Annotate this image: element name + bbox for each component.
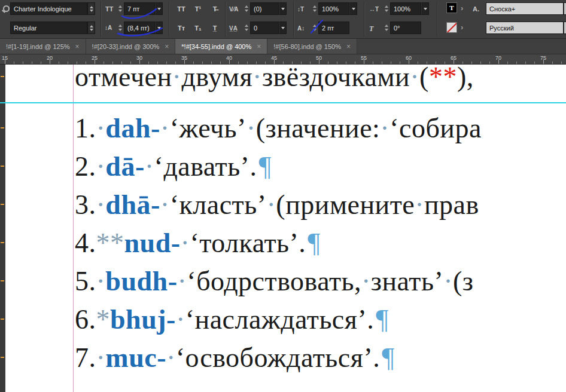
text-line: 3.·dhā-·‘класть’·(примените·прав [75,186,479,224]
font-size-dropdown[interactable] [155,2,163,15]
font-size-icon: TT [105,5,113,13]
text-segment: nud- [124,228,181,258]
text-segment: ·‘давать’. [145,151,257,182]
vertical-scale-field[interactable]: 100% [318,2,349,15]
text-segment: отмечен·двумя·звёздочками·( [75,65,429,92]
kerning-icon: V⁄A [229,6,239,13]
leading-field[interactable]: (8,4 пт) [124,22,155,34]
font-style-field[interactable]: Regular [10,22,87,34]
tracking-dropdown[interactable] [279,22,287,34]
text-segment: budh- [105,266,177,296]
all-caps-button[interactable]: TT [174,2,189,16]
char-style-field[interactable]: Сноска+ [486,2,564,15]
ruler-tick [112,62,113,64]
ruler-tick [337,62,337,64]
kerning-field[interactable]: (0) [250,2,279,15]
skew-icon: T [369,24,373,33]
ruler-label: 65 [451,55,457,61]
ruler-tick [418,62,418,64]
subscript-button[interactable]: T₁ [190,22,206,35]
tab-close-icon[interactable]: × [257,43,261,50]
text-line: 4.**nud-·‘толкать’.¶ [75,224,321,262]
tab-close-icon[interactable]: × [165,43,169,50]
space-marker: · [380,113,389,143]
superscript-button[interactable]: T¹ [190,2,206,16]
toolbar-separator [364,1,364,37]
tracking-stepper[interactable] [244,22,249,34]
text-segment: dā- [105,151,144,182]
kerning-stepper[interactable] [244,2,249,15]
tracking-field[interactable]: 0 [250,22,279,34]
text-segment: 7.· [75,342,105,373]
ruler-tick [507,62,508,64]
small-caps-button[interactable]: Tᴛ [174,22,189,35]
fill-color-swatch[interactable]: T [446,2,457,13]
space-marker: · [177,266,187,296]
toolbar-separator [169,1,169,37]
baseline-shift-stepper[interactable] [312,22,318,34]
document-tab[interactable]: *!#[34-55].indd @ 400%× [175,39,267,54]
ruler-tick [202,62,203,64]
space-marker: · [181,228,190,258]
document-tab[interactable]: !#[20-33].indd @ 300%× [86,39,176,54]
char-style-dropdown[interactable] [564,2,566,15]
margin-guide[interactable] [73,65,74,392]
text-segment: bhuj- [110,304,176,335]
underline-button[interactable]: T̲ [207,22,223,35]
ruler-label: 75 [540,55,546,61]
tab-close-icon[interactable]: × [75,43,80,50]
overflow-chevron-icon[interactable]: › [461,23,463,32]
search-icon[interactable] [3,5,10,12]
skew-field[interactable]: 0° [390,22,421,34]
space-marker: · [443,266,453,296]
horizontal-scale-field[interactable]: 100% [390,2,421,15]
text-segment: ·‘бодрствовать,·знать’·(з [177,266,473,296]
language-dropdown[interactable] [564,22,566,34]
vertical-scale-dropdown[interactable] [349,2,357,15]
leading-dropdown[interactable] [155,22,163,34]
tab-close-icon[interactable]: × [346,43,351,50]
ruler-tick [480,62,481,64]
strikethrough-color-swatch[interactable] [446,22,457,33]
ruler-label: 40 [226,55,232,61]
strikethrough-button[interactable]: T̶ [207,2,223,16]
kerning-dropdown[interactable] [279,2,287,15]
text-line: отмечен·двумя·звёздочками·(**), [75,65,474,96]
horizontal-scale-stepper[interactable] [384,2,389,15]
ruler-mark [1,357,4,358]
skew-stepper[interactable] [384,22,389,34]
horizontal-ruler[interactable]: 15202530354045505560657075 [0,54,566,65]
vertical-scale-stepper[interactable] [312,2,318,15]
space-marker: · [96,113,106,143]
horizontal-scale-dropdown[interactable] [421,2,429,15]
overflow-chevron-icon[interactable]: › [461,4,463,13]
space-marker: · [160,189,170,220]
ruler-mark [1,204,4,205]
ruler-guide-cyan[interactable] [0,102,566,103]
ruler-tick [301,62,302,64]
ruler-label: 30 [136,55,142,61]
tab-bar: !#[1-19].indd @ 125%×!#[20-33].indd @ 30… [0,39,566,54]
leading-stepper[interactable] [117,22,123,34]
font-family-field[interactable]: Charter Indologique [10,2,87,15]
toolbar-separator [293,1,294,37]
text-segment: ¶ [258,151,271,182]
document-tab[interactable]: !#[1-19].indd @ 125%× [0,39,86,54]
ruler-tick [445,62,445,64]
text-segment: ·‘наслаждаться’. [176,304,374,335]
ruler-tick [471,62,472,64]
font-family-stepper[interactable] [87,2,95,15]
text-segment: 3.· [75,189,105,220]
font-size-field[interactable]: 7 пт [124,2,155,15]
baseline-shift-field[interactable]: 2 пт [318,22,349,34]
text-line: 6.*bhuj-·‘наслаждаться’.¶ [75,301,389,339]
document-canvas[interactable]: отмечен·двумя·звёздочками·(**),1.·dah-·‘… [5,65,566,392]
ruler-label: 15 [2,55,8,61]
document-tab[interactable]: !#[56-80].indd @ 150%× [267,39,357,54]
ruler-tick [166,62,167,64]
toolbar-separator [225,1,226,37]
language-field[interactable]: Русский [486,22,564,34]
font-style-stepper[interactable] [87,22,95,34]
font-size-stepper[interactable] [117,2,123,15]
space-marker: · [176,304,185,335]
